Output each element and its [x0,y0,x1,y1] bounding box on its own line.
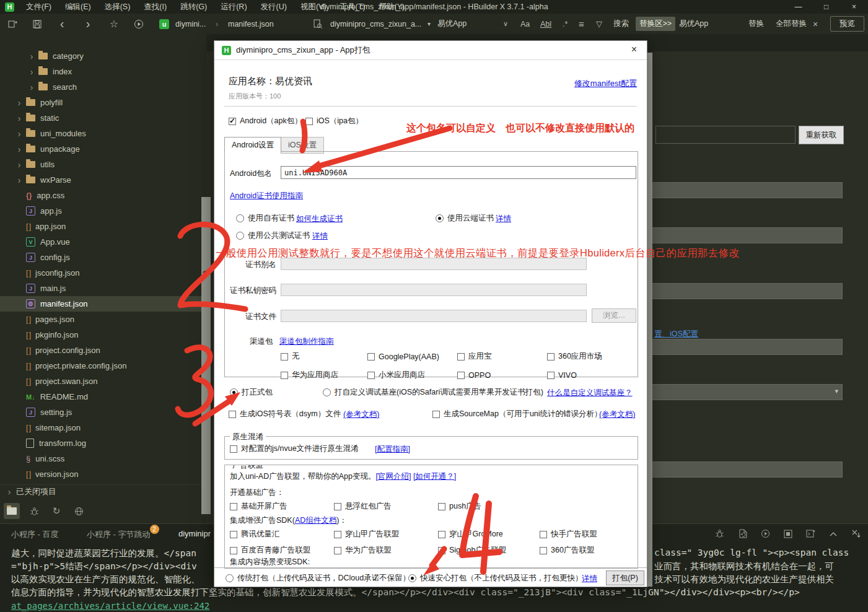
tree-folder-category[interactable]: ›category [0,48,206,64]
dsym-doc-link[interactable]: (参考文档) [343,409,379,420]
preview-button[interactable]: 预览 [830,14,864,34]
channel-checkbox[interactable]: 应用宝 [457,351,547,362]
appid-field[interactable] [655,126,796,144]
breadcrumb-project[interactable]: diymini... [175,14,206,34]
native-obfuscation-checkbox[interactable]: 对配置的js/nvue文件进行原生混淆 [230,444,359,454]
channel-checkbox[interactable]: 无 [281,351,367,362]
regex-icon[interactable]: .* [563,14,568,34]
manifest-field[interactable] [648,227,843,243]
tree-file-App.vue[interactable]: VApp.vue [0,234,206,250]
run-icon[interactable] [131,14,146,34]
menu-item[interactable]: 编辑(E) [59,1,97,14]
channel-checkbox[interactable]: 华为应用商店 [281,370,367,380]
stop-icon[interactable] [784,530,792,538]
ad-basic-checkbox[interactable]: 基础开屏广告 [230,501,334,512]
replace-zone-toggle[interactable]: 替换区>> [636,14,675,34]
match-case-icon[interactable]: Aa [520,14,530,34]
tab-android-settings[interactable]: Android设置 [224,137,281,154]
menu-item[interactable]: 运行(R) [215,1,252,14]
channel-checkbox[interactable]: OPPO [457,370,547,380]
sidebar-collapse-icon[interactable]: ◂ [203,268,206,276]
menu-item[interactable]: 查找(I) [138,1,172,14]
channel-checkbox[interactable]: 360应用市场 [547,351,634,362]
manifest-field[interactable] [648,283,843,299]
manifest-dropdown[interactable]: ▾ [648,384,843,400]
tree-file-README.md[interactable]: M↓README.md [0,389,206,404]
sourcemap-checkbox[interactable]: 生成SourceMap（可用于uni统计的错误分析） [432,409,602,419]
menu-item[interactable]: 发行(U) [255,1,292,14]
tree-folder-search[interactable]: ›search [0,79,206,95]
public-cert-detail-link[interactable]: 详情 [312,231,328,242]
tree-file-pkginfo.json[interactable]: [ ]pkginfo.json [0,327,206,343]
manifest-field[interactable] [648,339,843,355]
manifest-field[interactable] [648,182,843,198]
tree-file-version.json[interactable]: [ ]version.json [0,466,206,482]
ad-sdk-checkbox[interactable]: 360广告联盟 [540,545,634,556]
tree-file-app.json[interactable]: [ ]app.json [0,219,206,234]
collapse-panel-icon[interactable] [829,531,838,537]
tree-file-project.private.config.json[interactable]: [ ]project.private.config.json [0,358,206,374]
refresh-file-icon[interactable] [738,529,747,538]
web-view-icon[interactable] [71,503,87,519]
own-cert-radio[interactable]: 使用自有证书 [236,213,294,224]
manifest-field[interactable] [648,461,843,478]
closed-projects-row[interactable]: › 已关闭项目 [0,484,206,499]
dropdown-arrow-icon[interactable]: ▾ [427,14,431,34]
tree-file-transform.log[interactable]: transform.log [0,435,206,451]
traditional-pack-radio[interactable]: 传统打包（上传代码及证书，DCloud承诺不保留） [226,573,410,584]
save-icon[interactable] [30,14,45,34]
package-button[interactable]: 打包(P) [606,570,644,585]
console-tab[interactable]: 小程序 - 百度 [11,529,59,540]
search-history-chevron-icon[interactable]: ∨ [503,14,508,34]
tree-folder-wxParse[interactable]: ›wxParse [0,172,206,188]
android-platform-checkbox[interactable]: Android（apk包） [229,116,302,126]
browse-button[interactable]: 浏览... [592,308,636,323]
channel-checkbox[interactable]: 小米应用商店 [367,370,457,380]
tree-file-sitemap.json[interactable]: [ ]sitemap.json [0,420,206,435]
tree-folder-unpackage[interactable]: ›unpackage [0,141,206,157]
menu-item[interactable]: 选择(S) [99,1,136,14]
channel-checkbox[interactable]: GooglePlay(AAB) [367,351,457,362]
editor-scrollbar-right[interactable] [647,53,652,587]
channel-guide-link[interactable]: 渠道包制作指南 [279,336,334,347]
clear-search-icon[interactable]: × [813,14,818,34]
ad-basic-checkbox[interactable]: push广告 [438,501,626,512]
tree-file-manifest.json[interactable]: ⚙manifest.json [0,296,206,312]
custom-base-link[interactable]: 什么是自定义调试基座？ [547,388,633,398]
maximize-button[interactable]: □ [812,0,840,14]
tree-folder-index[interactable]: ›index [0,64,206,79]
release-build-radio[interactable]: 打正式包 [230,387,273,398]
ios-platform-checkbox[interactable]: iOS（ipa包） [305,116,363,126]
filter-icon[interactable]: ▽ [596,14,602,34]
ad-sdk-checkbox[interactable]: 百度百青藤广告联盟 [230,545,334,556]
menu-item[interactable]: 跳转(G) [175,1,213,14]
debug-icon[interactable] [715,529,724,538]
ad-sdk-checkbox[interactable]: 腾讯优量汇 [230,529,334,540]
tree-file-main.js[interactable]: Jmain.js [0,281,206,296]
tree-folder-utils[interactable]: ›utils [0,157,206,172]
pack-detail-link[interactable]: 详情 [582,574,597,584]
source-location-link[interactable]: at_pages/archives/article/view.vue:242 [11,601,209,611]
ad-howto-link[interactable]: [如何开通？] [413,472,456,481]
tree-file-config.js[interactable]: Jconfig.js [0,250,206,265]
project-scope-selector[interactable]: diyminipro_cms_zixun_a... [330,14,421,34]
menu-item[interactable]: 文件(F) [20,1,57,14]
forward-icon[interactable]: › [81,14,95,34]
cloud-cert-radio[interactable]: 使用云端证书 [436,213,494,224]
ad-sdk-checkbox[interactable]: 穿山甲广告联盟 [334,529,438,540]
replace-button[interactable]: 替换 [748,14,764,34]
console-tab[interactable]: 小程序 - 字节跳动2 [87,529,151,540]
tree-file-setting.js[interactable]: Jsetting.js [0,404,206,420]
multiline-icon[interactable]: ≡ [579,14,584,34]
modify-manifest-link[interactable]: 修改manifest配置 [574,78,637,89]
channel-checkbox[interactable]: VIVO [547,370,634,380]
bookmark-star-icon[interactable]: ☆ [107,14,121,34]
package-name-input[interactable]: uni.UNI5AD960A [281,166,636,179]
whole-word-icon[interactable]: Abl [540,14,551,34]
refresh-appid-button[interactable]: 重新获取 [799,126,844,144]
editor-scrollbar[interactable] [201,197,211,514]
dsym-checkbox[interactable]: 生成iOS符号表（dsym）文件 [229,409,341,419]
ad-sdk-checkbox[interactable]: Sigmob广告联盟 [438,545,540,556]
clear-console-icon[interactable] [851,529,861,538]
minimize-button[interactable]: — [784,0,812,14]
